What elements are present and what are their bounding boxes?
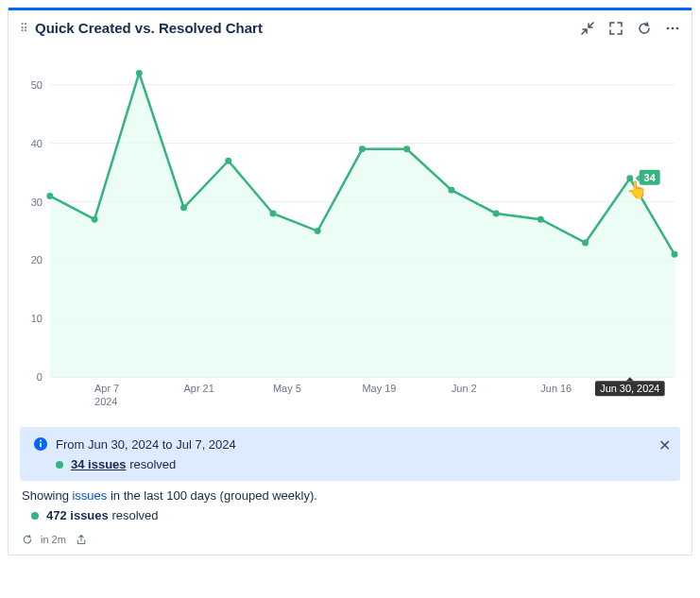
drag-handle-icon[interactable]: ⠿ [20, 22, 27, 35]
svg-point-0 [667, 26, 670, 29]
refresh-icon[interactable] [637, 21, 652, 36]
svg-point-45 [40, 440, 42, 442]
svg-point-33 [493, 210, 500, 216]
summary-line: Showing issues in the last 100 days (gro… [22, 488, 678, 503]
svg-text:30: 30 [31, 196, 43, 208]
svg-point-1 [672, 26, 674, 29]
summary-total: 472 issues resolved [22, 508, 678, 522]
svg-text:Jun 2: Jun 2 [452, 383, 477, 394]
svg-text:Apr 21: Apr 21 [184, 383, 214, 394]
summary-prefix: Showing [22, 488, 72, 503]
svg-text:👆: 👆 [626, 179, 648, 200]
summary-suffix: in the last 100 days (grouped weekly). [107, 488, 317, 503]
svg-point-28 [270, 210, 277, 216]
svg-text:50: 50 [31, 79, 43, 91]
svg-text:2024: 2024 [94, 396, 117, 407]
info-panel: ✕ From Jun 30, 2024 to Jul 7, 2024 34 is… [20, 427, 680, 481]
card-title: Quick Created vs. Resolved Chart [35, 20, 580, 36]
series-dot-icon [56, 461, 63, 469]
close-icon[interactable]: ✕ [658, 436, 671, 454]
refresh-icon[interactable] [22, 534, 33, 545]
svg-text:20: 20 [31, 254, 43, 265]
svg-point-23 [46, 193, 53, 199]
summary: Showing issues in the last 100 days (gro… [9, 487, 691, 530]
summary-total-wrap: 472 issues resolved [46, 508, 159, 522]
svg-text:40: 40 [31, 138, 43, 149]
svg-text:0: 0 [37, 371, 43, 383]
chart-gadget-card: ⠿ Quick Created vs. Resolved Chart 01020… [8, 8, 692, 555]
refresh-time: in 2m [41, 534, 66, 545]
svg-point-25 [136, 70, 143, 77]
svg-text:Jun 30, 2024: Jun 30, 2024 [600, 383, 659, 394]
svg-point-2 [676, 26, 679, 29]
more-icon[interactable] [665, 21, 680, 36]
fullscreen-icon[interactable] [608, 21, 623, 36]
svg-text:May 19: May 19 [362, 383, 396, 394]
info-range-text: From Jun 30, 2024 to Jul 7, 2024 [56, 437, 236, 452]
summary-link[interactable]: issues [72, 488, 107, 503]
svg-point-31 [403, 145, 410, 152]
svg-point-34 [538, 216, 544, 223]
svg-point-29 [315, 228, 321, 234]
svg-text:Jun 16: Jun 16 [540, 383, 572, 394]
svg-point-35 [582, 239, 589, 246]
info-count-wrap: 34 issues resolved [71, 457, 176, 471]
svg-point-27 [225, 158, 231, 164]
share-icon[interactable] [76, 534, 87, 545]
svg-point-26 [180, 204, 187, 211]
info-count-link[interactable]: 34 issues [71, 457, 127, 471]
summary-total-suffix: resolved [109, 508, 159, 522]
svg-point-32 [448, 187, 454, 194]
svg-text:10: 10 [31, 313, 43, 324]
svg-point-24 [92, 216, 98, 223]
collapse-icon[interactable] [580, 21, 595, 36]
svg-point-37 [672, 251, 678, 258]
svg-rect-44 [40, 443, 42, 448]
info-count-suffix: resolved [127, 457, 177, 471]
card-footer: in 2m [9, 530, 691, 555]
svg-text:Apr 7: Apr 7 [94, 383, 119, 394]
chart-area[interactable]: 01020304050Apr 7Apr 21May 5May 19Jun 2Ju… [9, 42, 691, 419]
summary-total-count: 472 issues [46, 508, 109, 522]
series-dot-icon [31, 512, 39, 520]
info-icon [33, 436, 48, 452]
chart-svg[interactable]: 01020304050Apr 7Apr 21May 5May 19Jun 2Ju… [16, 42, 684, 419]
svg-text:May 5: May 5 [273, 383, 301, 394]
svg-point-30 [359, 145, 366, 152]
header-actions [580, 21, 680, 36]
card-header: ⠿ Quick Created vs. Resolved Chart [9, 10, 691, 42]
